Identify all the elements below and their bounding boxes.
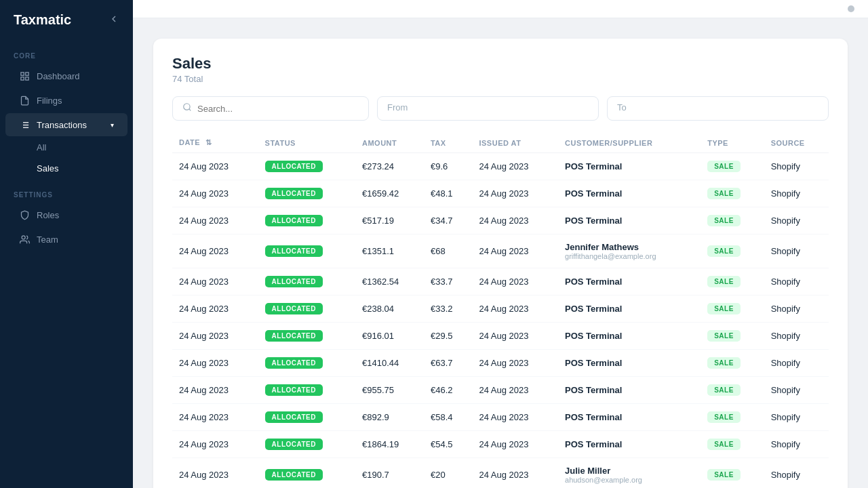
settings-section-label: SETTINGS: [0, 179, 133, 203]
sidebar-sub-item-all[interactable]: All: [5, 138, 127, 157]
cell-tax: €9.6: [424, 153, 472, 180]
table-row[interactable]: 24 Aug 2023 ALLOCATED €955.75 €46.2 24 A…: [172, 377, 829, 404]
table-row[interactable]: 24 Aug 2023 ALLOCATED €1864.19 €54.5 24 …: [172, 431, 829, 458]
cell-type: SALE: [701, 458, 764, 489]
table-row[interactable]: 24 Aug 2023 ALLOCATED €1362.54 €33.7 24 …: [172, 268, 829, 296]
table-row[interactable]: 24 Aug 2023 ALLOCATED €892.9 €58.4 24 Au…: [172, 404, 829, 431]
cell-date: 24 Aug 2023: [172, 207, 258, 235]
cell-status: ALLOCATED: [258, 458, 355, 489]
table-row[interactable]: 24 Aug 2023 ALLOCATED €190.7 €20 24 Aug …: [172, 458, 829, 489]
cell-status: ALLOCATED: [258, 268, 355, 296]
content-card: Sales 74 Total From To: [153, 39, 848, 488]
search-input[interactable]: [197, 104, 359, 114]
cell-amount: €1864.19: [355, 431, 424, 458]
cell-source: Shopify: [764, 350, 829, 377]
table-row[interactable]: 24 Aug 2023 ALLOCATED €517.19 €34.7 24 A…: [172, 207, 829, 235]
table-row[interactable]: 24 Aug 2023 ALLOCATED €916.01 €29.5 24 A…: [172, 323, 829, 350]
cell-source: Shopify: [764, 458, 829, 489]
sort-icon-date[interactable]: ⇅: [205, 138, 212, 146]
sidebar-item-team[interactable]: Team: [5, 228, 127, 251]
cell-amount: €238.04: [355, 296, 424, 323]
cell-source: Shopify: [764, 235, 829, 268]
sidebar-logo-area: Taxmatic: [0, 0, 133, 40]
table-wrapper: DATE ⇅ STATUS AMOUNT TAX ISSUED AT CUSTO…: [172, 133, 829, 488]
table-row[interactable]: 24 Aug 2023 ALLOCATED €1351.1 €68 24 Aug…: [172, 235, 829, 268]
table-row[interactable]: 24 Aug 2023 ALLOCATED €273.24 €9.6 24 Au…: [172, 153, 829, 180]
cell-date: 24 Aug 2023: [172, 377, 258, 404]
cell-tax: €33.2: [424, 296, 472, 323]
cell-status: ALLOCATED: [258, 207, 355, 235]
cell-source: Shopify: [764, 153, 829, 180]
cell-amount: €1410.44: [355, 350, 424, 377]
cell-tax: €54.5: [424, 431, 472, 458]
col-header-source: SOURCE: [764, 133, 829, 153]
sidebar-item-transactions-label: Transactions: [37, 120, 87, 130]
cell-tax: €68: [424, 235, 472, 268]
cell-date: 24 Aug 2023: [172, 404, 258, 431]
chevron-down-icon: ▾: [111, 121, 114, 129]
cell-date: 24 Aug 2023: [172, 235, 258, 268]
svg-point-10: [22, 235, 25, 239]
app-logo: Taxmatic: [14, 12, 71, 28]
cell-issued-at: 24 Aug 2023: [472, 377, 558, 404]
svg-point-11: [184, 104, 190, 110]
cell-customer: Julie Millerahudson@example.org: [558, 458, 701, 489]
svg-rect-2: [25, 77, 28, 79]
sidebar-item-roles[interactable]: Roles: [5, 203, 127, 226]
cell-issued-at: 24 Aug 2023: [472, 207, 558, 235]
cell-source: Shopify: [764, 404, 829, 431]
cell-amount: €1362.54: [355, 268, 424, 296]
sidebar-item-roles-label: Roles: [37, 210, 59, 220]
table-row[interactable]: 24 Aug 2023 ALLOCATED €1410.44 €63.7 24 …: [172, 350, 829, 377]
table-header-row: DATE ⇅ STATUS AMOUNT TAX ISSUED AT CUSTO…: [172, 133, 829, 153]
top-bar: [133, 0, 868, 18]
cell-type: SALE: [701, 296, 764, 323]
cell-source: Shopify: [764, 180, 829, 207]
cell-customer: Jennifer Mathewsgriffithangela@example.o…: [558, 235, 701, 268]
file-icon: [19, 95, 30, 106]
main-content: Sales 74 Total From To: [133, 18, 868, 488]
cell-issued-at: 24 Aug 2023: [472, 404, 558, 431]
window-control-dot: [848, 5, 854, 12]
sidebar-sub-item-sales[interactable]: Sales: [5, 159, 127, 178]
cell-status: ALLOCATED: [258, 153, 355, 180]
table-row[interactable]: 24 Aug 2023 ALLOCATED €1659.42 €48.1 24 …: [172, 180, 829, 207]
cell-status: ALLOCATED: [258, 180, 355, 207]
cell-type: SALE: [701, 235, 764, 268]
sidebar: Taxmatic CORE Dashboard Filings Transact…: [0, 0, 133, 488]
sidebar-item-filings[interactable]: Filings: [5, 89, 127, 112]
search-wrapper: [172, 96, 369, 121]
cell-type: SALE: [701, 431, 764, 458]
cell-type: SALE: [701, 350, 764, 377]
sidebar-sub-item-sales-label: Sales: [37, 163, 59, 174]
cell-type: SALE: [701, 323, 764, 350]
sidebar-item-transactions[interactable]: Transactions ▾: [5, 113, 127, 136]
cell-customer: POS Terminal: [558, 296, 701, 323]
cell-issued-at: 24 Aug 2023: [472, 235, 558, 268]
shield-icon: [19, 209, 30, 220]
cell-amount: €517.19: [355, 207, 424, 235]
core-section-label: CORE: [0, 40, 133, 64]
cell-date: 24 Aug 2023: [172, 296, 258, 323]
list-icon: [19, 119, 30, 130]
cell-date: 24 Aug 2023: [172, 431, 258, 458]
svg-line-12: [189, 109, 191, 111]
page-subtitle: 74 Total: [172, 74, 829, 84]
sidebar-item-filings-label: Filings: [37, 96, 62, 106]
cell-status: ALLOCATED: [258, 296, 355, 323]
collapse-sidebar-button[interactable]: [108, 14, 119, 26]
cell-amount: €273.24: [355, 153, 424, 180]
to-date-filter[interactable]: To: [607, 96, 829, 121]
cell-date: 24 Aug 2023: [172, 350, 258, 377]
cell-date: 24 Aug 2023: [172, 180, 258, 207]
cell-issued-at: 24 Aug 2023: [472, 153, 558, 180]
cell-source: Shopify: [764, 296, 829, 323]
table-row[interactable]: 24 Aug 2023 ALLOCATED €238.04 €33.2 24 A…: [172, 296, 829, 323]
cell-status: ALLOCATED: [258, 404, 355, 431]
cell-customer: POS Terminal: [558, 180, 701, 207]
sidebar-item-dashboard[interactable]: Dashboard: [5, 64, 127, 87]
cell-customer: POS Terminal: [558, 207, 701, 235]
cell-type: SALE: [701, 268, 764, 296]
from-date-filter[interactable]: From: [377, 96, 599, 121]
cell-issued-at: 24 Aug 2023: [472, 431, 558, 458]
